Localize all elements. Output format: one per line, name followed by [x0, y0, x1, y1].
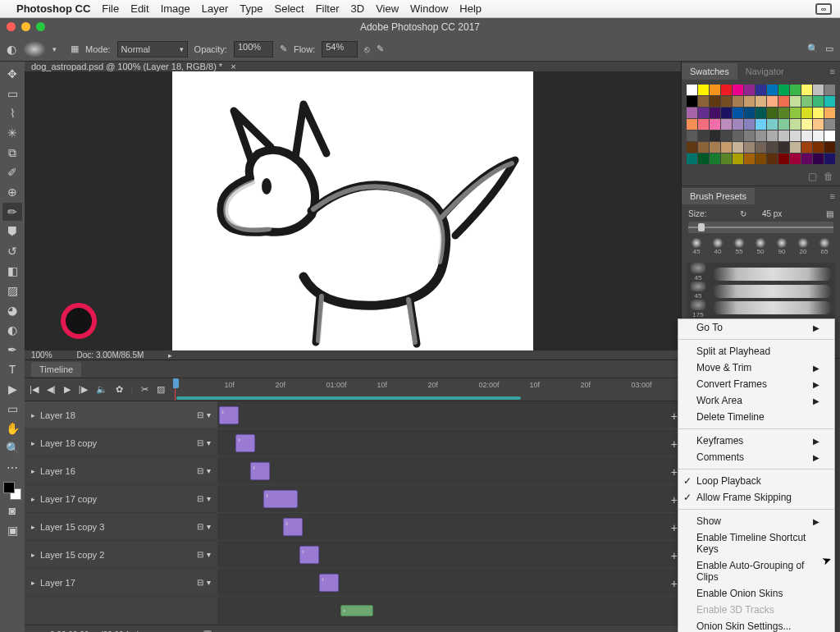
swatch[interactable]: [756, 153, 766, 164]
brush-tool[interactable]: ✏: [2, 203, 22, 221]
work-area-bar[interactable]: [176, 396, 521, 400]
navigator-tab[interactable]: Navigator: [737, 63, 792, 80]
menu-edit[interactable]: Edit: [130, 2, 148, 15]
blur-tool[interactable]: ◕: [2, 301, 22, 319]
eyedropper-tool[interactable]: ✐: [2, 163, 22, 181]
prev-frame-button[interactable]: ◀|: [47, 384, 56, 395]
healing-tool[interactable]: ⊕: [2, 183, 22, 201]
workspace-switcher-icon[interactable]: ▭: [825, 44, 833, 54]
swatch[interactable]: [721, 119, 732, 130]
timeline-track[interactable]: +: [217, 457, 681, 485]
context-menu-item[interactable]: Onion Skin Settings...: [678, 618, 834, 632]
flow-input[interactable]: 54%: [322, 41, 358, 57]
add-media-button[interactable]: +: [671, 577, 678, 590]
context-menu-item[interactable]: Enable Auto-Grouping of Clips: [678, 557, 834, 585]
transition-button[interactable]: ▨: [157, 384, 165, 395]
swatches-tab[interactable]: Swatches: [682, 63, 737, 80]
timeline-track[interactable]: +: [217, 429, 681, 457]
swatch[interactable]: [756, 85, 766, 95]
swatch[interactable]: [801, 85, 812, 95]
brush-preview-thumb[interactable]: 45: [687, 282, 710, 300]
gradient-tool[interactable]: ▨: [2, 282, 22, 300]
swatch[interactable]: [824, 153, 835, 164]
timeline-clip[interactable]: [235, 434, 255, 452]
swatch[interactable]: [687, 108, 697, 118]
context-menu-item[interactable]: ✓Loop Playback: [678, 473, 834, 489]
minimize-window-button[interactable]: [21, 22, 30, 31]
brush-thumbnails[interactable]: 45405550902065: [682, 233, 840, 259]
swatch[interactable]: [721, 108, 732, 118]
first-frame-button[interactable]: |◀: [30, 384, 39, 395]
context-menu-item[interactable]: Work Area▶: [678, 392, 834, 409]
brush-preset[interactable]: 90: [772, 236, 792, 256]
brush-preset-dropdown-icon[interactable]: [52, 44, 64, 55]
swatch[interactable]: [813, 153, 824, 164]
app-menu[interactable]: Photoshop CC: [16, 2, 90, 15]
timeline-track[interactable]: +: [217, 513, 681, 541]
swatch[interactable]: [778, 96, 789, 107]
swatch[interactable]: [824, 108, 835, 118]
swatch[interactable]: [710, 142, 720, 153]
swatch[interactable]: [744, 85, 755, 95]
swatch[interactable]: [721, 142, 732, 153]
document-tab[interactable]: dog_astropad.psd @ 100% (Layer 18, RGB/8…: [25, 62, 681, 71]
swatch[interactable]: [733, 96, 743, 107]
timeline-layer-row[interactable]: ▸Layer 15 copy 2⊟▾: [25, 541, 217, 569]
swatch[interactable]: [778, 153, 789, 164]
swatch[interactable]: [790, 153, 801, 164]
swatch[interactable]: [698, 85, 709, 95]
timeline-track[interactable]: +: [217, 485, 681, 513]
timeline-clip[interactable]: [263, 490, 298, 508]
menu-image[interactable]: Image: [161, 2, 190, 15]
opacity-input[interactable]: 100%: [234, 41, 273, 57]
zoom-level[interactable]: 100%: [31, 350, 52, 360]
move-tool[interactable]: ✥: [2, 65, 22, 83]
history-brush-tool[interactable]: ↺: [2, 242, 22, 260]
swatch[interactable]: [698, 131, 709, 141]
swatch[interactable]: [824, 131, 835, 141]
swatch[interactable]: [698, 108, 709, 118]
opacity-pressure-icon[interactable]: ✎: [280, 44, 287, 54]
timeline-track[interactable]: +: [217, 569, 681, 597]
swatch[interactable]: [824, 85, 835, 95]
swatch[interactable]: [744, 131, 755, 141]
add-media-button[interactable]: +: [671, 410, 678, 423]
timeline-layer-row[interactable]: ▸Layer 15 copy 3⊟▾: [25, 513, 217, 541]
brush-preview-thumb[interactable]: 45: [687, 263, 710, 282]
foreground-background-swatch[interactable]: [3, 482, 21, 500]
swatch[interactable]: [801, 131, 812, 141]
timeline-context-menu[interactable]: Go To▶Split at PlayheadMove & Trim▶Conve…: [678, 318, 835, 632]
swatch[interactable]: [790, 108, 801, 118]
swatch[interactable]: [698, 153, 709, 164]
swatch[interactable]: [687, 96, 697, 107]
swatch[interactable]: [778, 142, 789, 153]
add-media-button[interactable]: +: [671, 437, 678, 451]
context-menu-item[interactable]: Enable Timeline Shortcut Keys: [678, 529, 834, 557]
swatch[interactable]: [733, 85, 743, 95]
menu-filter[interactable]: Filter: [316, 2, 340, 15]
swatches-grid[interactable]: [682, 81, 840, 167]
swatch[interactable]: [698, 96, 709, 107]
context-menu-item[interactable]: Delete Timeline: [678, 409, 834, 425]
swatch[interactable]: [687, 142, 697, 153]
path-select-tool[interactable]: ▶: [2, 380, 22, 398]
swatch[interactable]: [790, 119, 801, 130]
marquee-tool[interactable]: ▭: [2, 85, 22, 103]
swatch[interactable]: [813, 142, 824, 153]
swatch[interactable]: [790, 131, 801, 141]
edit-toolbar[interactable]: ⋯: [2, 459, 22, 477]
playhead[interactable]: [175, 378, 176, 401]
doc-size-info[interactable]: Doc: 3.00M/86.5M: [77, 350, 144, 360]
swatch[interactable]: [801, 142, 812, 153]
brush-preset[interactable]: 20: [793, 236, 813, 256]
close-window-button[interactable]: [7, 22, 16, 31]
swatch[interactable]: [767, 142, 778, 153]
swatch[interactable]: [710, 153, 720, 164]
delete-swatch-icon[interactable]: 🗑: [824, 171, 833, 182]
swatch[interactable]: [801, 153, 812, 164]
swatch[interactable]: [721, 85, 732, 95]
swatch[interactable]: [756, 119, 766, 130]
swatch[interactable]: [767, 131, 778, 141]
quick-mask-icon[interactable]: ◙: [2, 501, 22, 520]
lasso-tool[interactable]: ⌇: [2, 104, 22, 122]
